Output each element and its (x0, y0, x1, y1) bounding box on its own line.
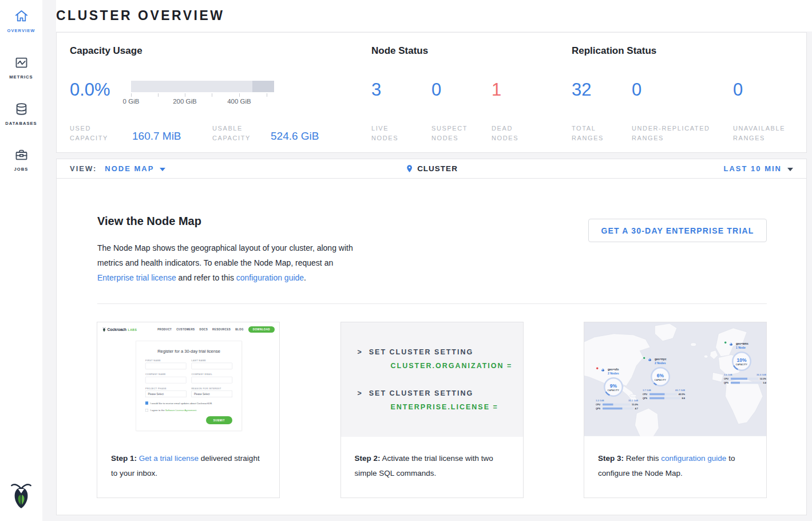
mini-select: Please Select (145, 391, 187, 398)
tick-label: 400 GiB (227, 98, 251, 105)
view-selected-value: NODE MAP (105, 164, 154, 173)
mini-download-button: DOWNLOAD (248, 326, 275, 333)
configuration-guide-link[interactable]: configuration guide (661, 454, 726, 463)
locality-nyc: geo=nyc 2 Nodes 6% CAPACITY 3.7 GiB6 (643, 357, 685, 400)
step3-caption: Step 3: Refer this configuration guide t… (584, 437, 766, 481)
mini-checkbox-checked (145, 402, 148, 405)
step-label: Step 1: (111, 454, 137, 463)
capacity-usage-group: Capacity Usage 0.0% 0 GiB 200 GiB 400 Gi… (70, 45, 356, 143)
usable-capacity-value: 524.6 GiB (271, 130, 319, 143)
locality-node-count: 2 Nodes (608, 372, 619, 375)
suspect-nodes-label: SUSPECT NODES (431, 124, 477, 143)
tick-label: 200 GiB (173, 98, 197, 105)
sidebar-item-metrics[interactable]: METRICS (0, 55, 42, 80)
qps-value: 0.4 (763, 381, 766, 384)
qps-bar (603, 407, 633, 409)
dead-nodes-value: 1 (492, 80, 501, 100)
database-icon (14, 101, 29, 117)
mini-text-input (192, 363, 233, 370)
enterprise-trial-button[interactable]: GET A 30-DAY ENTERPRISE TRIAL (588, 219, 767, 242)
mini-submit-button: SUBMIT (206, 416, 232, 424)
mini-text-input (192, 377, 233, 384)
capacity-gauge-ticks (131, 92, 274, 97)
nodes-cube-icon (729, 342, 735, 347)
mini-field-label: LAST NAME (192, 359, 233, 362)
capacity-total: 36.6 GiB (756, 373, 766, 376)
dead-nodes-label: DEAD NODES (492, 124, 526, 143)
sql-command-line: > SET CLUSTER SETTING (358, 389, 523, 397)
map-localities: geo=sfo 2 Nodes 9% CAPACITY 3.2 GiB3 (584, 322, 766, 437)
capacity-gauge-bar (131, 81, 274, 92)
usable-capacity-label: USABLE CAPACITY (212, 124, 264, 143)
nodes-cube-icon (601, 368, 607, 373)
mini-site-brand: Cockroach LABS (102, 327, 137, 332)
view-label: VIEW: (70, 164, 97, 173)
brand-name: Cockroach (108, 327, 127, 332)
view-selector-dropdown[interactable]: VIEW: NODE MAP (70, 164, 165, 173)
capacity-percent: 9% (610, 383, 617, 389)
sql-argument: CLUSTER.ORGANIZATION = (391, 362, 523, 370)
node-map-preview-image: geo=sfo 2 Nodes 9% CAPACITY 3.2 GiB3 (584, 322, 766, 437)
locality-node-count: 2 Nodes (655, 361, 666, 365)
mini-form-title: Register for a 30-day trial license (145, 349, 232, 354)
cpu-value: 11.0% (632, 403, 638, 406)
configuration-guide-link[interactable]: configuration guide (236, 273, 304, 282)
qps-value: 4.7 (635, 407, 638, 410)
capacity-used: 3.6 GiB (724, 373, 732, 376)
mini-site-nav: Cockroach LABS PRODUCT CUSTOMERS DOCS RE… (97, 322, 279, 333)
description-text: and refer to this (176, 273, 236, 282)
used-capacity-label: USED CAPACITY (70, 124, 116, 143)
capacity-label: CAPACITY (608, 389, 619, 392)
capacity-donut: 9% CAPACITY (604, 377, 623, 397)
node-status-group: Node Status 3 LIVE NODES 0 SUSPECT NODES… (371, 45, 554, 143)
mini-field-label: COMPANY EMAIL (192, 373, 233, 376)
enterprise-trial-license-link[interactable]: Enterprise trial license (97, 273, 176, 282)
locality-name: geo=sfo (608, 368, 619, 371)
unavailable-ranges-value: 0 (733, 80, 743, 100)
node-map-description: The Node Map shows the geographical layo… (97, 240, 359, 285)
capacity-used-percent: 0.0% (70, 80, 110, 100)
capacity-gauge-tick-labels: 0 GiB 200 GiB 400 GiB (131, 98, 274, 107)
used-capacity-value: 160.7 MiB (132, 130, 181, 143)
cluster-summary-panel: Capacity Usage 0.0% 0 GiB 200 GiB 400 Gi… (56, 32, 807, 153)
get-trial-license-link[interactable]: Get a trial license (139, 454, 199, 463)
mini-field-label: PROJECT PHASE (145, 387, 187, 390)
step1-caption: Step 1: Get a trial license delivered st… (97, 437, 279, 481)
mini-field-label: COMPANY NAME (145, 373, 187, 376)
cockroach-logo-icon (102, 327, 106, 332)
capacity-label: CAPACITY (655, 379, 666, 381)
cpu-value: 42.5% (679, 393, 685, 396)
sidebar-item-overview[interactable]: OVERVIEW (0, 9, 42, 33)
node-map-section-title: View the Node Map (97, 215, 201, 228)
sql-command-line: > SET CLUSTER SETTING (358, 348, 523, 356)
capacity-label: CAPACITY (736, 364, 747, 366)
unavailable-ranges-label: UNAVAILABLE RANGES (733, 124, 796, 143)
locality-name: geo=nyc (655, 357, 666, 361)
node-map-placeholder: View the Node Map The Node Map shows the… (57, 179, 806, 515)
sidebar-item-label: DATABASES (5, 121, 37, 126)
capacity-gauge: 0 GiB 200 GiB 400 GiB (131, 81, 274, 107)
metrics-icon (14, 55, 29, 70)
capacity-percent: 6% (657, 373, 664, 378)
step2-caption: Step 2: Activate the trial license with … (341, 437, 523, 481)
sidebar-item-label: OVERVIEW (7, 28, 35, 33)
briefcase-icon (14, 147, 29, 163)
status-dot-dead (596, 367, 599, 370)
sidebar-item-jobs[interactable]: JOBS (0, 147, 42, 172)
step1-card: Cockroach LABS PRODUCT CUSTOMERS DOCS RE… (97, 322, 280, 498)
mini-field-label: FIRST NAME (145, 359, 187, 362)
live-nodes-value: 3 (371, 80, 381, 100)
capacity-donut: 10% CAPACITY (732, 352, 751, 371)
home-icon (14, 9, 29, 24)
chevron-down-icon (787, 168, 793, 171)
page-title: CLUSTER OVERVIEW (56, 8, 225, 23)
mini-nav-item: DOCS (199, 328, 208, 331)
cpu-value: 12.3% (760, 377, 766, 380)
sidebar-item-databases[interactable]: DATABASES (0, 101, 42, 126)
mini-text-input (145, 377, 187, 384)
map-pin-icon (405, 164, 414, 173)
caption-text: Refer this (624, 454, 661, 463)
time-range-dropdown[interactable]: LAST 10 MIN (724, 164, 793, 173)
step-label: Step 3: (598, 454, 624, 463)
step1-image: Cockroach LABS PRODUCT CUSTOMERS DOCS RE… (97, 322, 279, 437)
